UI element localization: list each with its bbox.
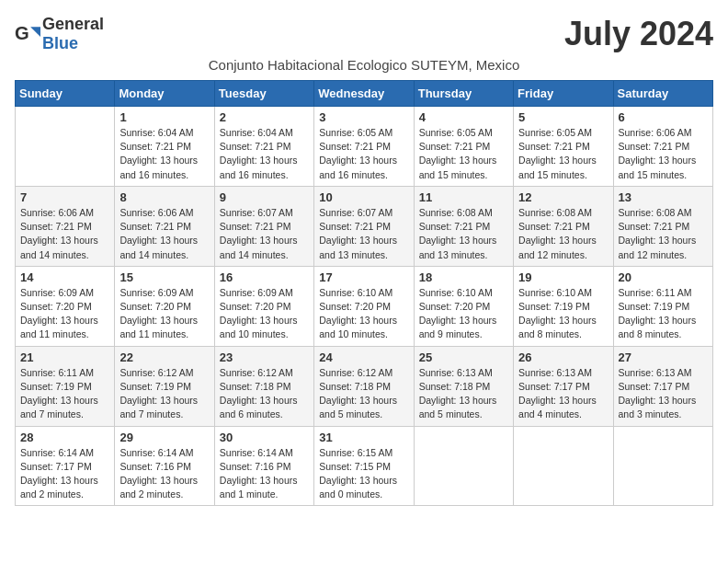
day-info: Sunrise: 6:11 AM Sunset: 7:19 PM Dayligh… [619,286,708,342]
calendar-cell: 8Sunrise: 6:06 AM Sunset: 7:21 PM Daylig… [115,186,214,266]
day-info: Sunrise: 6:13 AM Sunset: 7:17 PM Dayligh… [619,366,708,422]
calendar-cell: 28Sunrise: 6:14 AM Sunset: 7:17 PM Dayli… [16,426,115,506]
day-info: Sunrise: 6:05 AM Sunset: 7:21 PM Dayligh… [319,126,408,182]
column-header-friday: Friday [514,81,613,107]
month-title: July 2024 [564,15,713,53]
day-number: 22 [119,350,209,364]
calendar-cell [414,426,513,506]
day-number: 12 [518,190,608,204]
calendar-cell: 19Sunrise: 6:10 AM Sunset: 7:19 PM Dayli… [514,266,613,346]
column-header-thursday: Thursday [414,81,513,107]
calendar-cell: 15Sunrise: 6:09 AM Sunset: 7:20 PM Dayli… [115,266,214,346]
calendar-cell: 25Sunrise: 6:13 AM Sunset: 7:18 PM Dayli… [414,346,513,426]
calendar-week-1: 1Sunrise: 6:04 AM Sunset: 7:21 PM Daylig… [16,107,713,187]
svg-marker-1 [30,27,40,37]
day-number: 8 [119,190,209,204]
day-info: Sunrise: 6:10 AM Sunset: 7:20 PM Dayligh… [319,286,408,342]
calendar-cell: 23Sunrise: 6:12 AM Sunset: 7:18 PM Dayli… [214,346,313,426]
calendar-cell: 21Sunrise: 6:11 AM Sunset: 7:19 PM Dayli… [16,346,115,426]
day-info: Sunrise: 6:14 AM Sunset: 7:17 PM Dayligh… [20,446,109,502]
calendar-cell [613,426,712,506]
day-number: 29 [119,431,209,444]
day-info: Sunrise: 6:08 AM Sunset: 7:21 PM Dayligh… [518,206,608,262]
day-number: 14 [20,270,109,284]
column-header-tuesday: Tuesday [214,81,313,107]
column-header-monday: Monday [115,81,214,107]
day-number: 26 [518,350,608,364]
calendar-subtitle: Conjunto Habitacional Ecologico SUTEYM, … [15,57,713,73]
day-number: 24 [319,350,408,364]
day-number: 17 [319,270,408,284]
calendar-cell: 3Sunrise: 6:05 AM Sunset: 7:21 PM Daylig… [314,107,414,187]
svg-text:G: G [15,23,29,43]
day-info: Sunrise: 6:14 AM Sunset: 7:16 PM Dayligh… [220,446,309,502]
calendar-cell: 2Sunrise: 6:04 AM Sunset: 7:21 PM Daylig… [214,107,313,187]
calendar-cell: 20Sunrise: 6:11 AM Sunset: 7:19 PM Dayli… [613,266,712,346]
day-info: Sunrise: 6:12 AM Sunset: 7:18 PM Dayligh… [220,366,309,422]
logo-general: General [42,15,104,33]
calendar-cell: 6Sunrise: 6:06 AM Sunset: 7:21 PM Daylig… [613,107,712,187]
day-number: 2 [220,110,309,124]
day-info: Sunrise: 6:04 AM Sunset: 7:21 PM Dayligh… [220,126,309,182]
calendar-cell: 29Sunrise: 6:14 AM Sunset: 7:16 PM Dayli… [115,426,214,506]
logo-blue: Blue [42,34,78,52]
day-number: 1 [119,110,209,124]
column-header-wednesday: Wednesday [314,81,414,107]
calendar-cell: 12Sunrise: 6:08 AM Sunset: 7:21 PM Dayli… [514,186,613,266]
calendar-week-4: 21Sunrise: 6:11 AM Sunset: 7:19 PM Dayli… [16,346,713,426]
logo: G General Blue [15,15,104,53]
page-header: G General Blue July 2024 [15,15,713,53]
day-info: Sunrise: 6:08 AM Sunset: 7:21 PM Dayligh… [419,206,508,262]
column-header-sunday: Sunday [16,81,115,107]
calendar-cell: 9Sunrise: 6:07 AM Sunset: 7:21 PM Daylig… [214,186,313,266]
day-number: 31 [319,431,408,444]
calendar-cell: 22Sunrise: 6:12 AM Sunset: 7:19 PM Dayli… [115,346,214,426]
calendar-cell: 26Sunrise: 6:13 AM Sunset: 7:17 PM Dayli… [514,346,613,426]
day-number: 25 [419,350,508,364]
day-info: Sunrise: 6:08 AM Sunset: 7:21 PM Dayligh… [619,206,708,262]
day-info: Sunrise: 6:06 AM Sunset: 7:21 PM Dayligh… [20,206,109,262]
day-number: 9 [220,190,309,204]
calendar-week-2: 7Sunrise: 6:06 AM Sunset: 7:21 PM Daylig… [16,186,713,266]
day-info: Sunrise: 6:09 AM Sunset: 7:20 PM Dayligh… [119,286,209,342]
logo-icon: G [15,21,40,47]
day-info: Sunrise: 6:06 AM Sunset: 7:21 PM Dayligh… [119,206,209,262]
day-number: 3 [319,110,408,124]
day-number: 13 [619,190,708,204]
calendar-cell: 11Sunrise: 6:08 AM Sunset: 7:21 PM Dayli… [414,186,513,266]
day-info: Sunrise: 6:11 AM Sunset: 7:19 PM Dayligh… [20,366,109,422]
day-number: 11 [419,190,508,204]
calendar-cell: 13Sunrise: 6:08 AM Sunset: 7:21 PM Dayli… [613,186,712,266]
day-number: 4 [419,110,508,124]
day-info: Sunrise: 6:09 AM Sunset: 7:20 PM Dayligh… [20,286,109,342]
calendar-cell: 14Sunrise: 6:09 AM Sunset: 7:20 PM Dayli… [16,266,115,346]
day-number: 5 [518,110,608,124]
day-number: 7 [20,190,109,204]
day-number: 16 [220,270,309,284]
day-number: 20 [619,270,708,284]
calendar-week-5: 28Sunrise: 6:14 AM Sunset: 7:17 PM Dayli… [16,426,713,506]
calendar-cell: 18Sunrise: 6:10 AM Sunset: 7:20 PM Dayli… [414,266,513,346]
calendar-header-row: SundayMondayTuesdayWednesdayThursdayFrid… [16,81,713,107]
day-number: 23 [220,350,309,364]
day-info: Sunrise: 6:12 AM Sunset: 7:19 PM Dayligh… [119,366,209,422]
day-info: Sunrise: 6:10 AM Sunset: 7:19 PM Dayligh… [518,286,608,342]
day-info: Sunrise: 6:12 AM Sunset: 7:18 PM Dayligh… [319,366,408,422]
day-info: Sunrise: 6:10 AM Sunset: 7:20 PM Dayligh… [419,286,508,342]
calendar-cell [16,107,115,187]
calendar-cell: 27Sunrise: 6:13 AM Sunset: 7:17 PM Dayli… [613,346,712,426]
day-info: Sunrise: 6:13 AM Sunset: 7:18 PM Dayligh… [419,366,508,422]
day-number: 30 [220,431,309,444]
calendar-cell: 16Sunrise: 6:09 AM Sunset: 7:20 PM Dayli… [214,266,313,346]
day-info: Sunrise: 6:07 AM Sunset: 7:21 PM Dayligh… [319,206,408,262]
calendar-cell: 7Sunrise: 6:06 AM Sunset: 7:21 PM Daylig… [16,186,115,266]
day-number: 27 [619,350,708,364]
day-info: Sunrise: 6:07 AM Sunset: 7:21 PM Dayligh… [220,206,309,262]
day-number: 21 [20,350,109,364]
calendar-cell [514,426,613,506]
day-number: 15 [119,270,209,284]
day-number: 19 [518,270,608,284]
day-info: Sunrise: 6:14 AM Sunset: 7:16 PM Dayligh… [119,446,209,502]
day-number: 18 [419,270,508,284]
day-info: Sunrise: 6:09 AM Sunset: 7:20 PM Dayligh… [220,286,309,342]
